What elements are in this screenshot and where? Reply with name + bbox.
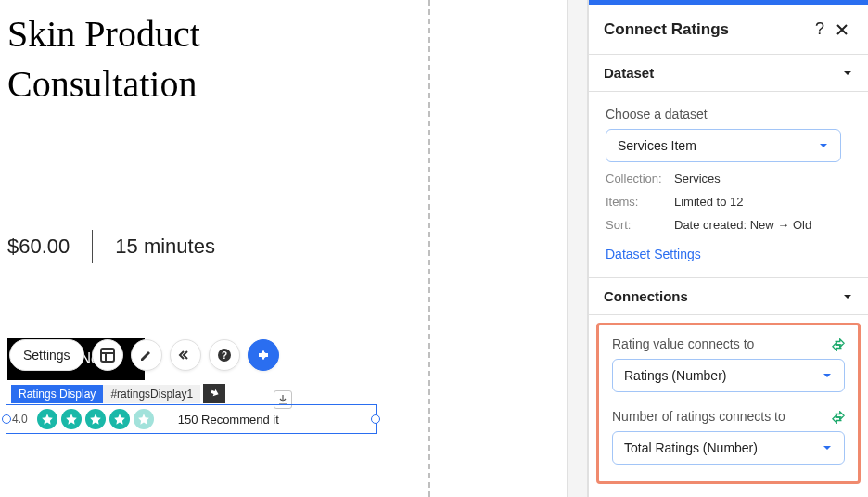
svg-rect-0: [101, 349, 114, 362]
element-badge-row: Ratings Display #ratingsDisplay1: [11, 384, 225, 403]
title-line1: Skin Product: [7, 13, 200, 55]
number-ratings-label: Number of ratings connects to: [612, 409, 845, 424]
svg-text:?: ?: [222, 350, 227, 361]
number-ratings-field: Number of ratings connects to Total Rati…: [612, 409, 845, 465]
chevron-down-icon: [842, 291, 853, 302]
connect-panel: Connect Ratings ? Dataset Choose a datas…: [588, 0, 868, 497]
element-id-badge: #ratingsDisplay1: [103, 385, 200, 403]
page-title: Skin Product Consultation: [7, 9, 564, 109]
chevron-down-icon: [822, 370, 833, 381]
chevron-down-icon: [818, 140, 829, 151]
chevron-down-icon: [842, 68, 853, 79]
meta-row: $60.00 15 minutes: [7, 230, 564, 263]
star-icon: [134, 409, 154, 429]
dataset-dropdown[interactable]: Services Item: [606, 129, 841, 162]
items-info: Items: Limited to 12: [606, 195, 851, 209]
rating-value-dropdown[interactable]: Ratings (Number): [612, 359, 845, 392]
stars-row: [37, 409, 154, 429]
connections-section-header[interactable]: Connections: [589, 278, 868, 315]
price-text: $60.00: [7, 235, 70, 259]
help-icon[interactable]: ?: [209, 339, 240, 371]
panel-header: Connect Ratings ?: [589, 5, 868, 55]
rating-value: 4.0: [12, 413, 28, 426]
element-toolbar: Settings ?: [9, 339, 279, 371]
ratings-display-element[interactable]: 4.0 150 Recommend it: [6, 404, 377, 434]
settings-button[interactable]: Settings: [9, 339, 84, 371]
animation-icon[interactable]: [170, 339, 201, 371]
panel-gutter: [567, 0, 588, 497]
data-connect-badge-icon[interactable]: [203, 384, 225, 403]
dataset-section-header[interactable]: Dataset: [589, 55, 868, 92]
star-icon: [37, 409, 57, 429]
panel-title: Connect Ratings: [604, 20, 809, 39]
rating-value-label: Rating value connects to: [612, 337, 845, 351]
sort-info: Sort: Date created: New → Old: [606, 218, 851, 232]
dataset-settings-link[interactable]: Dataset Settings: [606, 247, 701, 261]
layout-icon[interactable]: [92, 339, 123, 371]
close-icon[interactable]: [831, 19, 853, 41]
choose-dataset-label: Choose a dataset: [606, 107, 851, 121]
star-icon: [109, 409, 130, 429]
sync-icon: [832, 411, 845, 427]
meta-divider: [92, 230, 93, 263]
rating-value-field: Rating value connects to Ratings (Number…: [612, 337, 845, 392]
canvas-divider: [428, 0, 430, 497]
dataset-section-body: Choose a dataset Services Item Collectio…: [589, 92, 868, 278]
star-icon: [61, 409, 82, 429]
design-icon[interactable]: [131, 339, 162, 371]
duration-text: 15 minutes: [115, 235, 215, 259]
component-badge: Ratings Display: [11, 385, 103, 403]
sync-icon: [832, 338, 845, 355]
number-ratings-dropdown[interactable]: Total Ratings (Number): [612, 431, 845, 465]
panel-help-icon[interactable]: ?: [809, 19, 831, 41]
star-icon: [85, 409, 106, 429]
chevron-down-icon: [822, 442, 833, 453]
collection-info: Collection: Services: [606, 172, 851, 185]
connect-data-icon[interactable]: [248, 339, 279, 371]
ratings-count-label: 150 Recommend it: [178, 413, 279, 427]
title-line2: Consultation: [7, 63, 197, 105]
connections-highlight: Rating value connects to Ratings (Number…: [596, 323, 861, 484]
